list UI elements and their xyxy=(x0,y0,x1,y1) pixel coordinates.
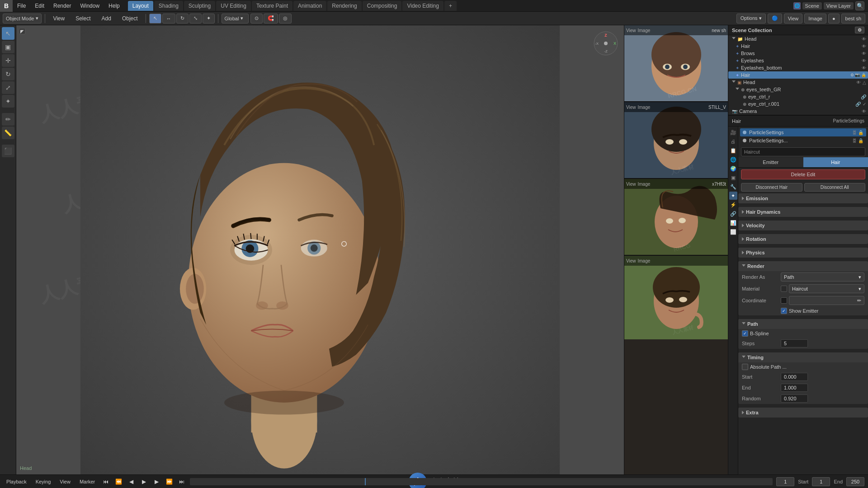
playback-menu[interactable]: Playback xyxy=(4,476,29,488)
show-emitter-checkbox[interactable]: ✓ Show Emitter xyxy=(781,308,818,314)
eyelashes-eye[interactable]: 👁 xyxy=(862,58,866,63)
image-btn[interactable]: Image xyxy=(804,14,826,23)
menu-render[interactable]: Render xyxy=(49,0,75,12)
image-label-3[interactable]: Image xyxy=(638,182,651,187)
abs-path-checkbox[interactable]: Absolute Path ... xyxy=(742,364,787,370)
menu-file[interactable]: File xyxy=(13,0,30,12)
view-label-4[interactable]: View xyxy=(626,258,636,263)
toolbar-object[interactable]: Object xyxy=(118,14,142,23)
filter-btn[interactable]: ⚙ xyxy=(855,27,864,33)
coordinate-swatch[interactable] xyxy=(781,297,787,304)
tab-shading[interactable]: Shading xyxy=(154,1,183,11)
start-frame-input[interactable]: 1 xyxy=(812,477,830,486)
eyelashes-bot-eye[interactable]: 👁 xyxy=(862,66,866,70)
scene-icon[interactable]: 🌐 xyxy=(729,155,737,164)
cursor-tool[interactable]: ↖ xyxy=(2,27,14,40)
prev-keyframe-btn[interactable]: ⏪ xyxy=(114,477,123,486)
menu-edit[interactable]: Edit xyxy=(30,0,49,12)
annotate-tool[interactable]: ✏ xyxy=(2,113,14,126)
render-props-icon[interactable]: 🎥 xyxy=(729,128,737,136)
toolbar-add[interactable]: Add xyxy=(97,14,116,23)
steps-input[interactable]: 5 xyxy=(781,339,808,347)
move-tool[interactable]: ↔ xyxy=(162,14,175,23)
view-label-2[interactable]: View xyxy=(626,105,636,110)
tab-sculpting[interactable]: Sculpting xyxy=(184,1,215,11)
eye-ctrl-r001-check[interactable]: ✓ xyxy=(863,102,866,107)
view-layer-selector[interactable]: View Layer xyxy=(824,2,854,9)
tab-texture-paint[interactable]: Texture Paint xyxy=(252,1,292,11)
coord-edit-icon[interactable]: ✏ xyxy=(857,298,861,304)
emission-expand[interactable] xyxy=(742,197,744,200)
toolbar-select[interactable]: Select xyxy=(71,14,95,23)
tab-compositing[interactable]: Compositing xyxy=(363,1,402,11)
path-header[interactable]: Path xyxy=(738,319,868,329)
nav-widget[interactable]: Z X -Z -X xyxy=(592,30,619,58)
collection-item-hair-selected[interactable]: ✦ Hair ⚙ 📷 🔒 xyxy=(728,71,868,79)
collection-item-brows[interactable]: ✦ Brows 👁 xyxy=(728,50,868,57)
toolbar-view[interactable]: View xyxy=(48,14,69,23)
transform-tool[interactable]: ✦ xyxy=(203,14,215,23)
camera-eye[interactable]: 👁 xyxy=(862,109,866,114)
render-header[interactable]: Render xyxy=(738,261,868,271)
emitter-tab[interactable]: Emitter xyxy=(738,157,803,167)
tab-add[interactable]: + xyxy=(444,1,457,11)
collection-item-eyes-teeth[interactable]: ⊕ eyes_teeth_GR xyxy=(728,86,868,93)
data-icon[interactable]: 📊 xyxy=(729,219,737,227)
head-mesh-vert[interactable]: △ xyxy=(863,80,866,85)
head-mesh-eye[interactable]: 👁 xyxy=(856,80,861,85)
collection-item-eye-ctrl-r001[interactable]: ⊕ eye_ctrl_r.001 🔗 ✓ xyxy=(728,100,868,108)
collection-item-camera[interactable]: 📷 Camera 👁 xyxy=(728,108,868,115)
eye-ctrl-r001-hook[interactable]: 🔗 xyxy=(855,102,861,107)
view-menu-bottom[interactable]: View xyxy=(57,476,73,488)
collection-item-hair-particle[interactable]: ✦ Hair 👁 xyxy=(728,42,868,50)
menu-help[interactable]: Help xyxy=(104,0,124,12)
timeline-bar[interactable] xyxy=(190,478,773,485)
shading-btn[interactable]: ● xyxy=(828,14,840,23)
scale-tool[interactable]: ⤡ xyxy=(189,14,202,23)
viewport-3d[interactable]: RRCG.CN 人人素材 RRCG 人人素材 RRCG.CN 人人素材 RRCG… xyxy=(16,25,624,474)
proportional-btn[interactable]: ◎ xyxy=(279,14,292,23)
render-as-dropdown[interactable]: Path ▾ xyxy=(781,272,864,282)
expand-eyes-teeth[interactable] xyxy=(736,88,739,92)
select-box-tool[interactable]: ▣ xyxy=(2,41,14,53)
search-icon[interactable]: 🔍 xyxy=(855,1,864,10)
disconnect-all-btn[interactable]: Disconnect All xyxy=(804,183,866,192)
end-frame-input[interactable]: 250 xyxy=(846,477,864,486)
image-label-1[interactable]: Image xyxy=(638,28,651,33)
collection-item-eye-ctrl-r[interactable]: ⊕ eye_ctrl_r 🔗 xyxy=(728,93,868,100)
collection-item-eyelashes-bottom[interactable]: ✦ Eyelashes_bottom 👁 xyxy=(728,64,868,71)
hair-eye-icon[interactable]: 👁 xyxy=(862,44,866,49)
timing-expand[interactable] xyxy=(742,356,745,360)
world-icon[interactable]: 🌍 xyxy=(729,164,737,173)
collection-item-head-mesh[interactable]: ▣ Head 👁 △ xyxy=(728,79,868,86)
select-tool[interactable]: ↖ xyxy=(149,14,161,23)
tab-layout[interactable]: Layout xyxy=(128,1,153,11)
expand-head[interactable] xyxy=(732,37,736,41)
play-btn[interactable]: ▶ xyxy=(139,477,148,486)
step-fwd-btn[interactable]: ▶ xyxy=(152,477,161,486)
timing-header[interactable]: Timing xyxy=(738,352,868,362)
hair-dynamics-header[interactable]: Hair Dynamics xyxy=(738,207,868,217)
extra-expand[interactable] xyxy=(742,411,744,414)
tab-uv-editing[interactable]: UV Editing xyxy=(216,1,251,11)
transform-orientation[interactable]: Global ▾ xyxy=(222,14,249,23)
start-input[interactable]: 0.000 xyxy=(781,373,808,381)
material-color-swatch[interactable] xyxy=(781,286,787,292)
jump-start-btn[interactable]: ⏮ xyxy=(101,477,110,486)
bspline-checkbox[interactable]: ✓ B-Spline xyxy=(742,330,769,337)
marker-menu[interactable]: Marker xyxy=(77,476,98,488)
emission-header[interactable]: Emission xyxy=(738,193,868,203)
particles-icon[interactable]: ✦ xyxy=(729,192,737,200)
add-cube-tool[interactable]: ⬛ xyxy=(2,145,14,157)
end-input[interactable]: 1.000 xyxy=(781,384,808,392)
head-eye-icon[interactable]: 👁 xyxy=(862,37,866,42)
particle-item-1[interactable]: ParticleSettings 🎛 🔒 xyxy=(740,128,866,136)
viewport-toggle[interactable]: ◤ xyxy=(19,28,25,34)
constraints-icon[interactable]: 🔗 xyxy=(729,210,737,218)
physics-expand[interactable] xyxy=(742,251,744,254)
view-label-3[interactable]: View xyxy=(626,182,636,187)
move-tool-left[interactable]: ✛ xyxy=(2,54,14,67)
tab-rendering[interactable]: Rendering xyxy=(327,1,361,11)
overlay-btn[interactable]: 🔵 xyxy=(768,14,782,23)
delete-edit-btn[interactable]: Delete Edit xyxy=(741,169,865,179)
